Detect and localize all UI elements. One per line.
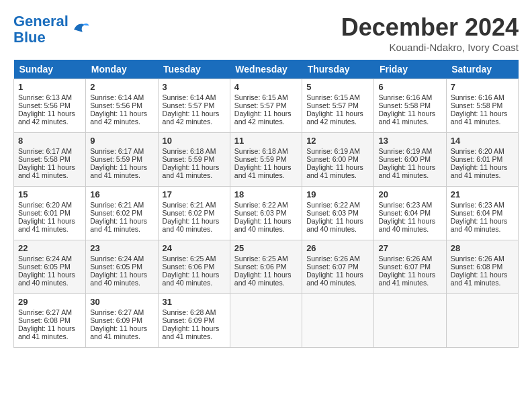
sunset: Sunset: 6:04 PM bbox=[378, 209, 431, 217]
daylight-label: Daylight: 11 hours and 41 minutes. bbox=[90, 163, 147, 179]
page-header: GeneralBlue December 2024 Kouandi-Ndakro… bbox=[13, 13, 519, 53]
sunrise: Sunrise: 6:23 AM bbox=[451, 201, 504, 209]
daylight-label: Daylight: 11 hours and 42 minutes. bbox=[163, 109, 220, 126]
col-saturday: Saturday bbox=[446, 60, 518, 79]
daylight-label: Daylight: 11 hours and 40 minutes. bbox=[234, 271, 292, 287]
sunrise: Sunrise: 6:21 AM bbox=[163, 201, 216, 209]
day-number: 30 bbox=[90, 297, 153, 307]
daylight-label: Daylight: 11 hours and 40 minutes. bbox=[451, 217, 508, 233]
daylight-label: Daylight: 11 hours and 40 minutes. bbox=[163, 271, 220, 287]
day-number: 26 bbox=[306, 243, 369, 253]
sunset: Sunset: 6:02 PM bbox=[163, 209, 215, 217]
col-monday: Monday bbox=[86, 60, 158, 79]
daylight-label: Daylight: 11 hours and 41 minutes. bbox=[451, 271, 508, 287]
sunrise: Sunrise: 6:19 AM bbox=[378, 147, 432, 155]
sunset: Sunset: 5:57 PM bbox=[234, 101, 287, 109]
calendar-row: 22 Sunrise: 6:24 AM Sunset: 6:05 PM Dayl… bbox=[14, 240, 519, 294]
table-row: 30 Sunrise: 6:27 AM Sunset: 6:09 PM Dayl… bbox=[86, 294, 158, 348]
table-row: 10 Sunrise: 6:18 AM Sunset: 5:59 PM Dayl… bbox=[158, 133, 230, 187]
table-row: 13 Sunrise: 6:19 AM Sunset: 6:00 PM Dayl… bbox=[374, 133, 446, 187]
day-number: 6 bbox=[378, 82, 441, 92]
day-number: 25 bbox=[234, 243, 298, 253]
col-friday: Friday bbox=[374, 60, 446, 79]
day-number: 13 bbox=[378, 136, 441, 146]
sunset: Sunset: 5:59 PM bbox=[90, 155, 142, 163]
daylight-label: Daylight: 11 hours and 41 minutes. bbox=[451, 109, 508, 126]
table-row bbox=[374, 294, 446, 348]
day-number: 14 bbox=[451, 136, 514, 146]
daylight-label: Daylight: 11 hours and 41 minutes. bbox=[451, 163, 508, 179]
calendar-row: 29 Sunrise: 6:27 AM Sunset: 6:08 PM Dayl… bbox=[14, 294, 519, 348]
sunrise: Sunrise: 6:27 AM bbox=[90, 308, 144, 316]
daylight-label: Daylight: 11 hours and 40 minutes. bbox=[378, 217, 435, 233]
sunset: Sunset: 5:59 PM bbox=[234, 155, 287, 163]
sunrise: Sunrise: 6:20 AM bbox=[451, 147, 504, 155]
sunset: Sunset: 6:00 PM bbox=[306, 155, 359, 163]
daylight-label: Daylight: 11 hours and 40 minutes. bbox=[163, 217, 220, 233]
col-thursday: Thursday bbox=[302, 60, 374, 79]
table-row: 18 Sunrise: 6:22 AM Sunset: 6:03 PM Dayl… bbox=[230, 187, 302, 240]
day-number: 28 bbox=[451, 243, 514, 253]
table-row bbox=[302, 294, 374, 348]
daylight-label: Daylight: 11 hours and 41 minutes. bbox=[306, 163, 363, 179]
sunrise: Sunrise: 6:26 AM bbox=[306, 255, 360, 263]
sunrise: Sunrise: 6:26 AM bbox=[378, 255, 432, 263]
sunrise: Sunrise: 6:23 AM bbox=[378, 201, 432, 209]
sunset: Sunset: 5:58 PM bbox=[18, 155, 71, 163]
sunrise: Sunrise: 6:17 AM bbox=[18, 147, 72, 155]
day-number: 17 bbox=[163, 189, 226, 199]
sunrise: Sunrise: 6:14 AM bbox=[163, 93, 216, 101]
table-row: 9 Sunrise: 6:17 AM Sunset: 5:59 PM Dayli… bbox=[86, 133, 158, 187]
table-row: 2 Sunrise: 6:14 AM Sunset: 5:56 PM Dayli… bbox=[86, 79, 158, 133]
day-number: 18 bbox=[234, 189, 298, 199]
sunset: Sunset: 6:06 PM bbox=[234, 263, 287, 271]
table-row: 22 Sunrise: 6:24 AM Sunset: 6:05 PM Dayl… bbox=[14, 240, 86, 294]
table-row: 12 Sunrise: 6:19 AM Sunset: 6:00 PM Dayl… bbox=[302, 133, 374, 187]
sunset: Sunset: 6:07 PM bbox=[378, 263, 431, 271]
daylight-label: Daylight: 11 hours and 40 minutes. bbox=[306, 271, 363, 287]
sunrise: Sunrise: 6:28 AM bbox=[163, 308, 216, 316]
table-row: 3 Sunrise: 6:14 AM Sunset: 5:57 PM Dayli… bbox=[158, 79, 230, 133]
sunset: Sunset: 6:02 PM bbox=[90, 209, 142, 217]
sunrise: Sunrise: 6:15 AM bbox=[234, 93, 288, 101]
header-row: Sunday Monday Tuesday Wednesday Thursday… bbox=[14, 60, 519, 79]
table-row: 27 Sunrise: 6:26 AM Sunset: 6:07 PM Dayl… bbox=[374, 240, 446, 294]
table-row: 25 Sunrise: 6:25 AM Sunset: 6:06 PM Dayl… bbox=[230, 240, 302, 294]
day-number: 7 bbox=[451, 82, 514, 92]
table-row: 19 Sunrise: 6:22 AM Sunset: 6:03 PM Dayl… bbox=[302, 187, 374, 240]
day-number: 10 bbox=[163, 136, 226, 146]
sunset: Sunset: 6:08 PM bbox=[18, 316, 71, 324]
daylight-label: Daylight: 11 hours and 42 minutes. bbox=[306, 109, 363, 126]
daylight-label: Daylight: 11 hours and 41 minutes. bbox=[234, 163, 292, 179]
daylight-label: Daylight: 11 hours and 41 minutes. bbox=[378, 163, 435, 179]
day-number: 2 bbox=[90, 82, 153, 92]
daylight-label: Daylight: 11 hours and 40 minutes. bbox=[18, 271, 75, 287]
table-row: 15 Sunrise: 6:20 AM Sunset: 6:01 PM Dayl… bbox=[14, 187, 86, 240]
daylight-label: Daylight: 11 hours and 41 minutes. bbox=[163, 324, 220, 340]
sunrise: Sunrise: 6:16 AM bbox=[451, 93, 504, 101]
daylight-label: Daylight: 11 hours and 40 minutes. bbox=[90, 271, 147, 287]
day-number: 22 bbox=[18, 243, 81, 253]
sunrise: Sunrise: 6:22 AM bbox=[234, 201, 288, 209]
sunrise: Sunrise: 6:20 AM bbox=[18, 201, 72, 209]
logo-bird-icon bbox=[70, 19, 90, 40]
sunrise: Sunrise: 6:25 AM bbox=[234, 255, 288, 263]
logo-text: GeneralBlue bbox=[13, 13, 69, 46]
daylight-label: Daylight: 11 hours and 40 minutes. bbox=[234, 217, 292, 233]
day-number: 16 bbox=[90, 189, 153, 199]
day-number: 1 bbox=[18, 82, 81, 92]
calendar-row: 1 Sunrise: 6:13 AM Sunset: 5:56 PM Dayli… bbox=[14, 79, 519, 133]
day-number: 4 bbox=[234, 82, 298, 92]
table-row bbox=[230, 294, 302, 348]
day-number: 23 bbox=[90, 243, 153, 253]
table-row: 8 Sunrise: 6:17 AM Sunset: 5:58 PM Dayli… bbox=[14, 133, 86, 187]
sunset: Sunset: 6:08 PM bbox=[451, 263, 503, 271]
day-number: 3 bbox=[163, 82, 226, 92]
daylight-label: Daylight: 11 hours and 41 minutes. bbox=[90, 217, 147, 233]
sunrise: Sunrise: 6:16 AM bbox=[378, 93, 432, 101]
table-row: 7 Sunrise: 6:16 AM Sunset: 5:58 PM Dayli… bbox=[446, 79, 518, 133]
day-number: 11 bbox=[234, 136, 298, 146]
sunset: Sunset: 6:03 PM bbox=[306, 209, 359, 217]
table-row: 21 Sunrise: 6:23 AM Sunset: 6:04 PM Dayl… bbox=[446, 187, 518, 240]
month-title: December 2024 bbox=[341, 13, 519, 42]
